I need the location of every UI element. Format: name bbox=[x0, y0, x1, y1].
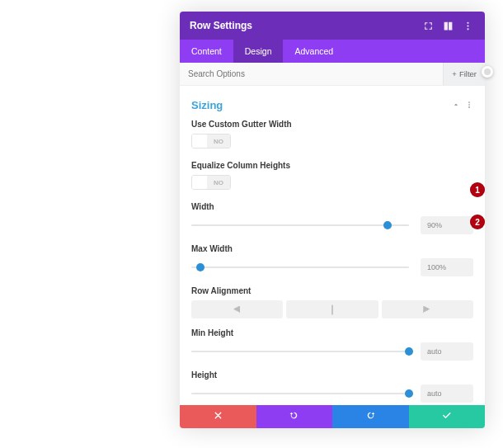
min-height-value[interactable]: auto bbox=[421, 342, 473, 361]
equalize-state: NO bbox=[207, 176, 230, 189]
option-width: Width 90% bbox=[191, 202, 473, 234]
align-right-icon: ⯈ bbox=[423, 305, 431, 314]
slider-thumb-icon[interactable] bbox=[405, 347, 413, 356]
width-label: Width bbox=[191, 202, 473, 211]
option-gutter: Use Custom Gutter Width NO bbox=[191, 120, 473, 151]
align-left-icon: ⯇ bbox=[233, 305, 242, 314]
slider-thumb-icon[interactable] bbox=[196, 263, 204, 271]
callout-2: 2 bbox=[470, 215, 485, 229]
height-slider[interactable] bbox=[191, 393, 409, 394]
section-sizing-title: Sizing bbox=[191, 99, 223, 111]
modal-footer bbox=[180, 405, 485, 428]
gutter-label: Use Custom Gutter Width bbox=[191, 120, 473, 129]
min-height-slider[interactable] bbox=[191, 351, 409, 352]
height-label: Height bbox=[191, 370, 473, 380]
max-width-value[interactable]: 100% bbox=[421, 258, 473, 276]
option-max-width: Max Width 100% bbox=[191, 244, 473, 276]
tab-advanced[interactable]: Advanced bbox=[283, 40, 345, 63]
align-left-button[interactable]: ⯇ bbox=[191, 300, 283, 318]
tab-content[interactable]: Content bbox=[180, 40, 233, 63]
search-bar: + Filter bbox=[180, 63, 485, 86]
snap-icon[interactable] bbox=[440, 18, 455, 33]
modal-header: Row Settings bbox=[180, 12, 485, 40]
align-right-button[interactable]: ⯈ bbox=[382, 300, 473, 318]
callout-1: 1 bbox=[470, 182, 485, 197]
tab-design[interactable]: Design bbox=[233, 40, 284, 63]
redo-icon bbox=[365, 410, 376, 423]
undo-button[interactable] bbox=[256, 405, 333, 428]
option-height: Height auto bbox=[191, 370, 473, 403]
gutter-toggle[interactable]: NO bbox=[191, 134, 231, 149]
plus-icon: + bbox=[452, 69, 457, 78]
equalize-toggle[interactable]: NO bbox=[191, 175, 231, 190]
kebab-icon[interactable] bbox=[460, 18, 475, 33]
option-row-alignment: Row Alignment ⯇ ┃ ⯈ bbox=[191, 286, 473, 318]
max-width-label: Max Width bbox=[191, 244, 473, 253]
tab-bar: Content Design Advanced bbox=[180, 40, 485, 63]
align-center-button[interactable]: ┃ bbox=[286, 300, 378, 318]
row-settings-modal: Row Settings Content Design Advanced + F… bbox=[180, 12, 485, 428]
max-width-slider[interactable] bbox=[191, 266, 409, 268]
slider-thumb-icon[interactable] bbox=[383, 221, 392, 229]
section-sizing[interactable]: Sizing bbox=[191, 94, 473, 120]
confirm-button[interactable] bbox=[409, 405, 486, 428]
align-center-icon: ┃ bbox=[330, 305, 335, 314]
chevron-up-icon bbox=[452, 101, 460, 111]
option-min-height: Min Height auto bbox=[191, 328, 473, 361]
svg-point-2 bbox=[467, 28, 468, 30]
min-height-label: Min Height bbox=[191, 328, 473, 337]
settings-body[interactable]: Sizing Use Custom Gutter Width NO Equali… bbox=[180, 86, 485, 405]
option-equalize: Equalize Column Heights NO bbox=[191, 161, 473, 192]
filter-button[interactable]: + Filter bbox=[443, 63, 485, 85]
slider-thumb-icon[interactable] bbox=[405, 389, 413, 398]
redo-button[interactable] bbox=[332, 405, 409, 428]
svg-point-4 bbox=[468, 104, 470, 106]
equalize-label: Equalize Column Heights bbox=[191, 161, 473, 170]
filter-label: Filter bbox=[459, 69, 477, 78]
modal-title: Row Settings bbox=[190, 20, 416, 31]
cancel-button[interactable] bbox=[180, 405, 256, 428]
width-value[interactable]: 90% bbox=[421, 216, 473, 234]
help-bubble-icon[interactable] bbox=[482, 66, 493, 78]
height-value[interactable]: auto bbox=[421, 384, 473, 403]
undo-icon bbox=[289, 410, 299, 423]
svg-point-5 bbox=[468, 106, 470, 108]
svg-point-1 bbox=[467, 25, 468, 26]
row-alignment-label: Row Alignment bbox=[191, 286, 473, 295]
check-icon bbox=[441, 410, 452, 423]
svg-point-0 bbox=[467, 21, 468, 23]
svg-point-3 bbox=[468, 101, 470, 103]
width-slider[interactable] bbox=[191, 224, 409, 226]
expand-icon[interactable] bbox=[421, 18, 435, 33]
kebab-icon[interactable] bbox=[465, 101, 473, 111]
close-icon bbox=[213, 410, 223, 423]
gutter-state: NO bbox=[207, 134, 230, 148]
search-input[interactable] bbox=[180, 69, 443, 78]
